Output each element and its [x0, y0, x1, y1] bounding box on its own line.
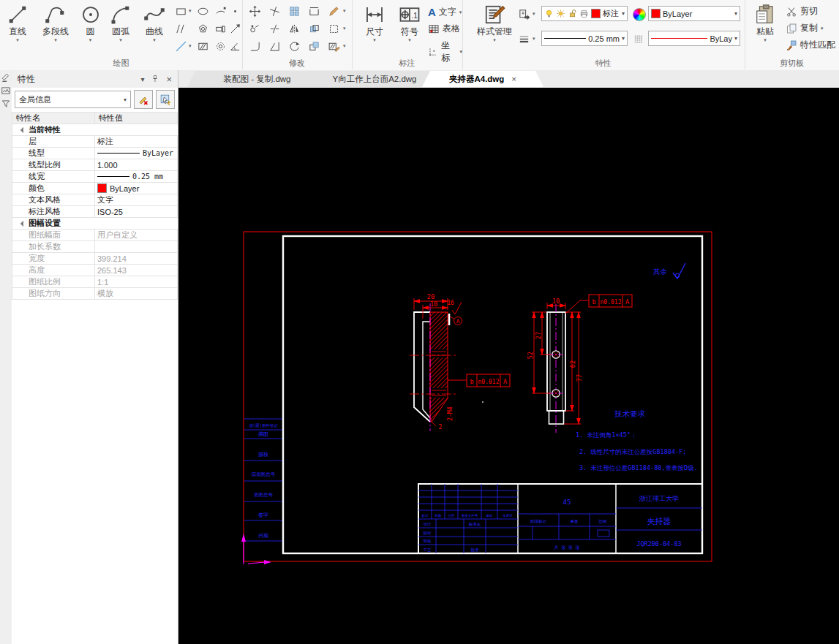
prop-row-lineweight[interactable]: 线宽0.25 mm [12, 171, 178, 183]
layer-migrate-icon[interactable] [516, 6, 532, 22]
linetype-display-icon[interactable] [631, 31, 647, 47]
cut-button[interactable]: 剪切 [786, 5, 818, 18]
group-current-properties[interactable]: 当前特性 [12, 124, 178, 136]
hatch-icon[interactable] [195, 38, 211, 54]
polyline-button[interactable]: 多段线▾ [34, 4, 77, 42]
technical-requirements: 技术要求 1. 未注倒角1×45°； 2. 线性尺寸的未注公差按GB1804-F… [576, 409, 698, 471]
prop-row-color[interactable]: 颜色ByLayer [12, 183, 178, 194]
rectangle-dropdown[interactable]: ▾ [189, 8, 192, 14]
overlap-icon[interactable] [306, 20, 322, 37]
layer-select[interactable]: 标注 ▾ [541, 6, 628, 21]
svg-text:工艺: 工艺 [424, 548, 432, 552]
drawing-canvas[interactable]: 借(通)用件登记 描图 描校 旧底图总号 底图总号 签字 日期 [178, 88, 839, 644]
table-button[interactable]: 表格 [428, 23, 460, 35]
prop-row-height[interactable]: 高度265.143 [12, 265, 178, 276]
modify-group-label: 修改 [242, 58, 352, 69]
trim-icon[interactable] [266, 3, 282, 19]
color-select[interactable]: ByLayer ▾ [648, 6, 740, 21]
circle-button[interactable]: 圆▾ [78, 4, 103, 42]
lineweight-list-icon[interactable] [516, 31, 532, 47]
style-manager-button[interactable]: 样式管理▾ [472, 4, 517, 42]
array-icon[interactable] [286, 3, 302, 19]
box3d-icon[interactable] [306, 38, 322, 54]
ray-icon[interactable] [227, 20, 243, 37]
properties-tool-icon[interactable] [1, 72, 11, 83]
arc-button[interactable]: 圆弧▾ [104, 4, 138, 42]
ribbon-group-annotate: 尺寸▾ .1 符号▾ A 文字▾ 表格 坐标▾ 标注 [352, 0, 463, 69]
boundary-icon[interactable] [326, 20, 342, 37]
prop-row-linetype-scale[interactable]: 线型比例1.000 [12, 159, 178, 171]
gear-icon[interactable] [212, 38, 228, 54]
tab-close-icon[interactable]: × [511, 75, 516, 83]
prop-row-width[interactable]: 宽度399.214 [12, 253, 178, 265]
layer-color-swatch [591, 9, 601, 18]
fillet-icon[interactable] [247, 38, 263, 54]
panel-close-icon[interactable]: × [166, 74, 172, 85]
construction-line-icon[interactable] [173, 38, 189, 54]
prop-row-linetype[interactable]: 线型ByLayer [12, 148, 178, 159]
group-sheet-settings[interactable]: 图幅设置 [12, 218, 178, 230]
sheet-set-icon[interactable] [1, 86, 11, 96]
rectangle-icon[interactable] [173, 3, 189, 19]
svg-text:共 张 第 张: 共 张 第 张 [554, 545, 580, 550]
symbol-button[interactable]: .1 符号▾ [394, 4, 425, 42]
layer-migrate-dropdown[interactable]: ▾ [533, 11, 535, 17]
lineweight-select[interactable]: 0.25 mm ▾ [541, 31, 628, 46]
cad-drawing: 借(通)用件登记 描图 描校 旧底图总号 底图总号 签字 日期 [178, 88, 839, 644]
panel-pin-icon[interactable] [151, 75, 159, 83]
prop-row-paper-size[interactable]: 图纸幅面用户自定义 [12, 230, 178, 241]
spline-icon [143, 4, 165, 26]
prop-row-lengthen[interactable]: 加长系数 [12, 241, 178, 253]
mirror-icon[interactable] [286, 20, 302, 37]
match-properties-button[interactable]: 特性匹配 [786, 39, 835, 51]
svg-text:52: 52 [527, 352, 534, 359]
region-icon[interactable] [195, 20, 211, 37]
copy-button[interactable]: 复制▾ [786, 22, 824, 34]
text-button[interactable]: A 文字▾ [428, 6, 462, 18]
move-icon[interactable] [247, 3, 263, 19]
selection-scope-select[interactable]: 全局信息 ▾ [15, 91, 131, 108]
draw-order-dropdown[interactable]: ▾ [343, 8, 346, 14]
break-icon[interactable] [266, 20, 282, 37]
spline-button[interactable]: 曲线▾ [138, 4, 170, 42]
angle-measure-icon[interactable] [227, 38, 243, 54]
linetype-select[interactable]: ByLay ▾ [648, 31, 740, 46]
fastener-icon[interactable] [212, 20, 228, 37]
line-button[interactable]: 直线▾ [1, 4, 34, 42]
rotate-icon[interactable] [286, 38, 302, 54]
boundary-dropdown[interactable]: ▾ [343, 26, 346, 31]
prop-row-text-style[interactable]: 文本风格文字 [12, 194, 178, 206]
panel-collapse-icon[interactable]: ▾ [140, 75, 144, 83]
lineweight-list-dropdown[interactable]: ▾ [533, 36, 535, 42]
quick-select-icon [159, 94, 172, 106]
color-wheel-icon[interactable] [633, 8, 646, 21]
border-strip-labels: 借(通)用件登记 描图 描校 旧底图总号 底图总号 签字 日期 [249, 423, 278, 539]
ellipse-icon[interactable] [195, 3, 211, 19]
prop-row-orientation[interactable]: 图纸方向横放 [12, 288, 178, 300]
clip-icon[interactable] [306, 3, 322, 19]
prop-row-layer[interactable]: 层标注 [12, 136, 178, 148]
svg-text:.1: .1 [412, 12, 418, 20]
svg-text:旧底图总号: 旧底图总号 [252, 471, 276, 477]
quick-edit-button[interactable] [134, 90, 153, 109]
chamfer-icon[interactable] [266, 38, 282, 54]
prop-row-dim-style[interactable]: 标注风格ISO-25 [12, 206, 178, 218]
construction-line-dropdown[interactable]: ▾ [189, 43, 192, 49]
filter-icon[interactable] [1, 99, 11, 109]
copy-icon[interactable] [247, 20, 263, 37]
point-icon[interactable] [227, 3, 243, 19]
ribbon-group-modify: ▾ ▾ ▾ 修改 [242, 0, 353, 69]
gdt-frame-left: b n0.012 A [467, 374, 510, 387]
draw-order-icon[interactable] [326, 3, 342, 19]
polyline-label: 多段线 [42, 26, 69, 38]
prop-row-scale[interactable]: 图纸比例1:1 [12, 276, 178, 288]
arc-3point-icon[interactable] [212, 3, 228, 19]
paste-button[interactable]: 粘贴▾ [750, 4, 780, 42]
hatch-edit-icon[interactable] [326, 38, 342, 54]
hatch-edit-dropdown[interactable]: ▾ [343, 43, 346, 49]
quick-select-button[interactable] [156, 90, 175, 109]
tab-gripper-active[interactable]: 夹持器A4.dwg× [422, 71, 543, 87]
multiline-icon[interactable] [173, 20, 189, 37]
dimension-button[interactable]: 尺寸▾ [358, 4, 391, 42]
svg-text:阶段标记: 阶段标记 [530, 519, 547, 524]
